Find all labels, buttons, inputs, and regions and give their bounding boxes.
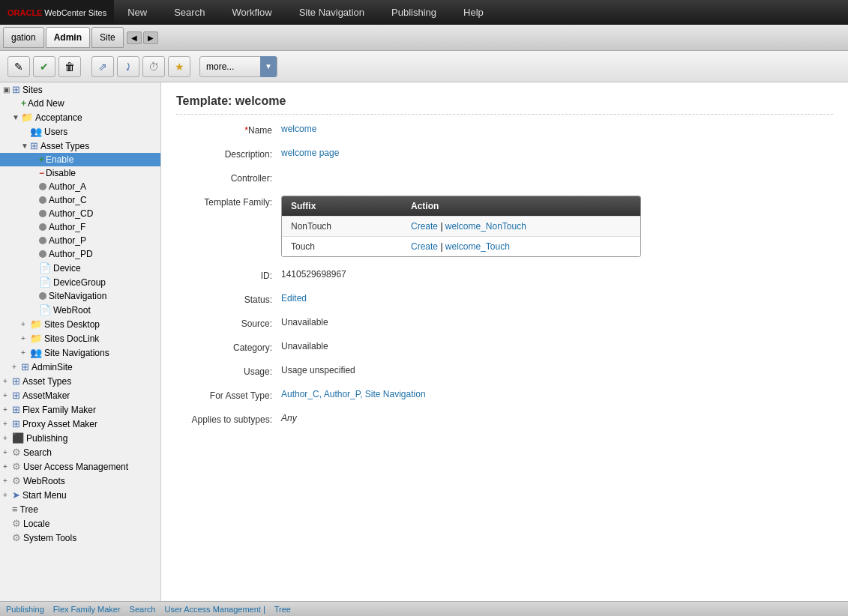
description-value[interactable]: welcome page (281, 148, 339, 158)
approve-button[interactable]: ✔ (33, 56, 55, 77)
tree-item-asset-types-root[interactable]: + ⊞ Asset Types (0, 374, 160, 388)
tree-item-author-cd[interactable]: Author_CD (0, 207, 160, 220)
author-p-label: Author_P (49, 235, 86, 246)
tree-item-proxy-asset-maker[interactable]: + ⊞ Proxy Asset Maker (0, 417, 160, 431)
asset-type-value[interactable]: Author_C, Author_P, Site Navigation (281, 389, 426, 399)
tf-welcome-nontouch[interactable]: welcome_NonTouch (445, 221, 526, 232)
tab-admin[interactable]: Admin (46, 27, 90, 48)
tf-create-touch[interactable]: Create (411, 241, 438, 252)
tree-label: Tree (20, 504, 38, 515)
tree-item-disable[interactable]: − Disable (0, 166, 160, 180)
sites-doclink-icon: 📁 (30, 333, 42, 344)
toggle-sites-doclink: + (21, 334, 30, 342)
tree-item-locale[interactable]: ⚙ Locale (0, 516, 160, 531)
sidebar-nav-left[interactable]: ◀ (127, 31, 142, 44)
more-input[interactable] (200, 61, 260, 72)
main-toolbar: ✎ ✔ 🗑 ⇗ ⤸ ⏱ ★ ▼ (0, 51, 848, 82)
status-flex-family[interactable]: Flex Family Maker (53, 605, 121, 614)
webroots-label: WebRoots (23, 476, 65, 486)
tf-suffix-touch: Touch (282, 237, 402, 256)
share-button[interactable]: ⇗ (91, 56, 114, 77)
tree-item-users[interactable]: 👥 Users (0, 124, 160, 139)
nav-workflow[interactable]: Workflow (218, 0, 285, 25)
tree-item-admin-site[interactable]: + ⊞ AdminSite (0, 360, 160, 374)
edit-button[interactable]: ✎ (7, 56, 30, 77)
tree-item-asset-maker[interactable]: + ⊞ AssetMaker (0, 388, 160, 402)
search-icon: ⚙ (12, 447, 21, 458)
tree-item-publishing[interactable]: + ⬛ Publishing (0, 431, 160, 445)
tf-header: Suffix Action (282, 196, 640, 216)
sidebar: ▣ ⊞ Sites + Add New ▼ 📁 Acceptance 👥 Use… (0, 82, 161, 616)
tree-item-acceptance[interactable]: ▼ 📁 Acceptance (0, 110, 160, 124)
status-label: Status: (176, 293, 281, 305)
template-family-row: Template Family: Suffix Action NonTouch … (176, 196, 833, 257)
toggle-sites: ▣ (3, 85, 12, 94)
usage-row: Usage: Usage unspecified (176, 365, 833, 377)
tree-item-author-pd[interactable]: Author_PD (0, 247, 160, 261)
tree-item-search[interactable]: + ⚙ Search (0, 445, 160, 459)
tree-item-asset-types[interactable]: ▼ ⊞ Asset Types (0, 139, 160, 153)
asset-types-root-label: Asset Types (22, 376, 71, 387)
tree-item-device[interactable]: 📄 Device (0, 261, 160, 275)
nav-site-navigation[interactable]: Site Navigation (286, 0, 378, 25)
dropdown-arrow[interactable]: ▼ (260, 56, 277, 77)
tree-item-flex-family-maker[interactable]: + ⊞ Flex Family Maker (0, 402, 160, 417)
tree-item-author-a[interactable]: Author_A (0, 180, 160, 193)
nav-new[interactable]: New (114, 0, 160, 25)
status-value[interactable]: Edited (281, 293, 307, 304)
tree-item-enable[interactable]: + Enable (0, 153, 160, 166)
tree-item-author-c[interactable]: Author_C (0, 193, 160, 207)
delete-button[interactable]: 🗑 (58, 56, 81, 77)
tree-item-site-navigation[interactable]: SiteNavigation (0, 289, 160, 303)
tree-item-author-p[interactable]: Author_P (0, 234, 160, 247)
tree-item-webroots[interactable]: + ⚙ WebRoots (0, 474, 160, 488)
plus-icon-enable: + (39, 154, 44, 165)
name-label: *Name (176, 124, 281, 136)
tf-header-suffix: Suffix (282, 196, 402, 216)
tree-item-sites-doclink[interactable]: + 📁 Sites DocLink (0, 331, 160, 345)
tree-item-sites-desktop[interactable]: + 📁 Sites Desktop (0, 317, 160, 331)
history-button[interactable]: ⏱ (142, 56, 165, 77)
author-f-label: Author_F (49, 222, 85, 232)
tf-welcome-touch[interactable]: welcome_Touch (445, 241, 510, 252)
nav-search[interactable]: Search (160, 0, 218, 25)
more-dropdown[interactable]: ▼ (199, 56, 277, 77)
system-tools-icon: ⚙ (12, 532, 21, 543)
site-navigations-icon: 👥 (30, 347, 42, 358)
tree-item-user-access[interactable]: + ⚙ User Access Management (0, 459, 160, 474)
star-button[interactable]: ★ (168, 56, 190, 77)
tree-item-start-menu[interactable]: + ➤ Start Menu (0, 488, 160, 502)
tf-suffix-nontouch: NonTouch (282, 217, 402, 236)
toggle-proxy-asset: + (3, 420, 12, 428)
tree-item-sites[interactable]: ▣ ⊞ Sites (0, 82, 160, 97)
tree-item-device-group[interactable]: 📄 DeviceGroup (0, 275, 160, 289)
tab-site[interactable]: Site (91, 27, 124, 48)
sites-doclink-label: Sites DocLink (44, 333, 99, 344)
tab-gation[interactable]: gation (3, 27, 44, 48)
tree-item-author-f[interactable]: Author_F (0, 220, 160, 234)
tf-create-nontouch[interactable]: Create (411, 221, 438, 232)
tree-item-webroot[interactable]: 📄 WebRoot (0, 303, 160, 317)
sidebar-nav-right[interactable]: ▶ (143, 31, 158, 44)
description-label: Description: (176, 148, 281, 160)
status-user-access[interactable]: User Access Management | (164, 605, 265, 614)
tree-item-site-navigations[interactable]: + 👥 Site Navigations (0, 345, 160, 360)
device-label: Device (53, 263, 81, 274)
tree-item-tree[interactable]: ≡ Tree (0, 502, 160, 516)
nav-help[interactable]: Help (450, 0, 497, 25)
author-a-label: Author_A (49, 181, 86, 192)
proxy-asset-label: Proxy Asset Maker (22, 419, 97, 429)
tf-action-nontouch: Create | welcome_NonTouch (402, 217, 640, 236)
tree-item-add-new[interactable]: + Add New (0, 97, 160, 110)
toggle-publishing: + (3, 434, 12, 442)
status-tree[interactable]: Tree (274, 605, 291, 614)
status-search[interactable]: Search (130, 605, 156, 614)
subtypes-row: Applies to subtypes: Any (176, 413, 833, 425)
nav-publishing[interactable]: Publishing (378, 0, 450, 25)
status-publishing[interactable]: Publishing (6, 605, 44, 614)
add-new-label: Add New (28, 98, 64, 109)
required-star: * (244, 125, 248, 136)
move-button[interactable]: ⤸ (117, 56, 139, 77)
name-value[interactable]: welcome (281, 124, 316, 134)
tree-item-system-tools[interactable]: ⚙ System Tools (0, 531, 160, 545)
